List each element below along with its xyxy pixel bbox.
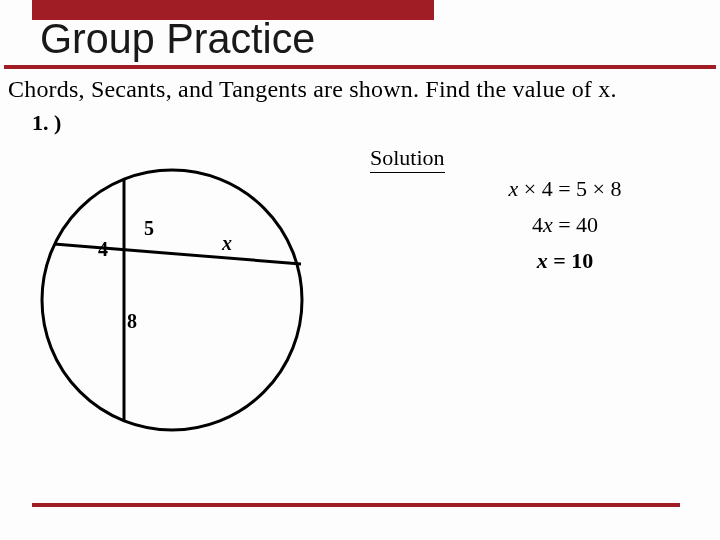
segment-label-c: 8 [127, 310, 137, 333]
solution-line-2: 4x = 40 [430, 212, 700, 238]
chords-circle-svg [32, 140, 332, 440]
math-text: × 4 = 5 × 8 [518, 176, 621, 201]
segment-label-x: x [222, 232, 232, 255]
math-text: = 40 [553, 212, 598, 237]
solution-heading: Solution [370, 145, 445, 173]
svg-point-0 [42, 170, 302, 430]
segment-label-a: 4 [98, 238, 108, 261]
title-underline [4, 65, 716, 69]
math-text: 4 [532, 212, 543, 237]
math-var-x: x [509, 176, 519, 201]
slide-subtitle: Chords, Secants, and Tangents are shown.… [8, 76, 617, 103]
footer-underline [32, 503, 680, 507]
solution-line-1: x × 4 = 5 × 8 [430, 176, 700, 202]
math-text: = 10 [548, 248, 594, 273]
svg-line-2 [54, 244, 301, 264]
solution-steps: x × 4 = 5 × 8 4x = 40 x = 10 [430, 176, 700, 284]
math-var-x: x [543, 212, 553, 237]
segment-label-b: 5 [144, 217, 154, 240]
geometry-figure: 4 5 8 x [32, 140, 332, 440]
solution-answer: x = 10 [430, 248, 700, 274]
math-var-x: x [537, 248, 548, 273]
slide-title: Group Practice [40, 14, 315, 63]
problem-number: 1. ) [32, 110, 61, 136]
